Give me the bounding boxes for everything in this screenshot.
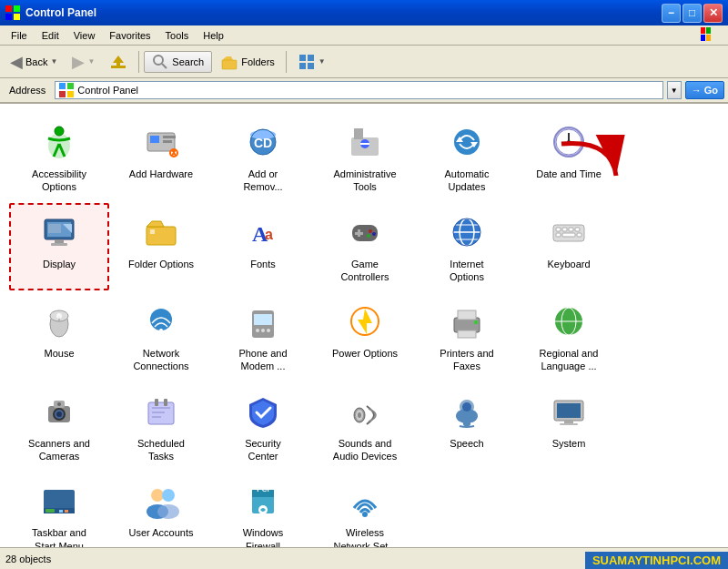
svg-rect-16 [59, 83, 66, 89]
address-bar: Address Control Panel ▼ → Go [0, 78, 728, 104]
back-arrow-icon: ◀ [10, 52, 23, 72]
svg-point-59 [367, 234, 370, 238]
up-button[interactable] [103, 49, 134, 75]
svg-rect-51 [150, 229, 155, 234]
svg-point-85 [267, 329, 270, 332]
go-button[interactable]: → Go [685, 81, 724, 99]
icon-item-add-hardware[interactable]: Add Hardware [111, 113, 211, 201]
view-dropdown-icon[interactable]: ▼ [318, 57, 326, 66]
svg-point-108 [358, 412, 361, 418]
svg-rect-69 [569, 228, 573, 231]
svg-rect-119 [46, 509, 55, 513]
svg-rect-114 [557, 403, 581, 418]
regional-language-label: Regional and Language ... [540, 347, 599, 373]
icon-item-windows-firewall[interactable]: PCIWindows Firewall [213, 472, 313, 547]
icon-item-wireless-network[interactable]: Wireless Network Set... [315, 472, 415, 547]
icon-item-game-controllers[interactable]: Game Controllers [315, 203, 415, 291]
window-icon [5, 5, 20, 20]
icon-item-mouse[interactable]: Mouse [9, 292, 109, 381]
icon-item-user-accounts[interactable]: User Accounts [111, 472, 211, 547]
icon-item-regional-language[interactable]: Regional and Language ... [519, 292, 619, 381]
view-button[interactable]: ▼ [291, 49, 332, 75]
svg-rect-25 [163, 136, 176, 138]
mouse-label: Mouse [44, 347, 74, 360]
icon-item-printers-faxes[interactable]: Printers and Faxes [417, 292, 517, 381]
system-icon [547, 390, 591, 433]
separator-1 [138, 51, 139, 73]
back-button[interactable]: ◀ Back ▼ [4, 49, 64, 75]
svg-rect-105 [164, 399, 167, 406]
icon-item-automatic-updates[interactable]: Automatic Updates [417, 113, 517, 201]
icon-item-power-options[interactable]: Power Options [315, 292, 415, 381]
taskbar-start-label: Taskbar and Start Menu [32, 526, 86, 547]
icon-item-keyboard[interactable]: Keyboard [519, 203, 619, 291]
search-icon [152, 54, 168, 70]
icon-item-phone-modem[interactable]: Phone and Modem ... [213, 292, 313, 381]
power-options-label: Power Options [332, 347, 398, 360]
phone-modem-label: Phone and Modem ... [238, 347, 287, 373]
icon-item-network-connections[interactable]: Network Connections [111, 292, 211, 381]
minimize-button[interactable]: − [662, 4, 681, 23]
svg-rect-26 [163, 140, 172, 143]
windows-firewall-icon: PCI [241, 479, 285, 523]
svg-rect-12 [299, 55, 306, 61]
svg-rect-5 [706, 27, 711, 34]
close-button[interactable]: ✕ [703, 4, 723, 23]
window-title: Control Panel [25, 6, 662, 19]
svg-rect-14 [299, 63, 306, 69]
forward-dropdown-icon[interactable]: ▼ [87, 57, 95, 66]
icon-item-fonts[interactable]: AaFonts [213, 203, 313, 291]
svg-point-57 [369, 229, 372, 233]
icon-item-add-remove-programs[interactable]: CDAdd or Remov... [213, 113, 313, 201]
svg-point-99 [57, 402, 61, 406]
icon-item-accessibility-options[interactable]: Accessibility Options [9, 113, 109, 201]
separator-2 [286, 51, 287, 73]
address-input[interactable]: Control Panel [55, 81, 662, 99]
icon-item-sounds-audio[interactable]: Sounds and Audio Devices [315, 382, 415, 471]
svg-point-130 [362, 512, 368, 517]
svg-point-122 [151, 489, 164, 502]
svg-rect-48 [48, 224, 61, 233]
icon-item-security-center[interactable]: Security Center [213, 382, 313, 471]
icon-item-scheduled-tasks[interactable]: Scheduled Tasks [111, 382, 211, 471]
back-dropdown-icon[interactable]: ▼ [50, 57, 57, 66]
folder-options-label: Folder Options [128, 258, 194, 270]
menu-tools[interactable]: Tools [158, 28, 197, 43]
menu-favorites[interactable]: Favorites [102, 28, 157, 43]
svg-rect-24 [150, 136, 159, 143]
address-label: Address [4, 85, 51, 96]
regional-language-icon [547, 300, 591, 343]
address-dropdown[interactable]: ▼ [667, 81, 682, 99]
icon-grid: Accessibility OptionsAdd HardwareCDAdd o… [0, 104, 728, 547]
icon-item-taskbar-start[interactable]: Taskbar and Start Menu [9, 472, 109, 547]
svg-rect-120 [59, 510, 63, 513]
administrative-tools-label: Administrative Tools [333, 168, 396, 194]
icon-item-speech[interactable]: Speech [417, 382, 517, 471]
forward-button[interactable]: ▶ ▼ [66, 49, 101, 75]
menu-view[interactable]: View [66, 28, 103, 43]
svg-point-43 [567, 140, 571, 144]
menu-edit[interactable]: Edit [35, 28, 66, 43]
automatic-updates-icon [445, 120, 489, 164]
icon-item-administrative-tools[interactable]: Administrative Tools [315, 113, 415, 201]
icon-item-folder-options[interactable]: Folder Options [111, 203, 211, 291]
icon-item-scanners-cameras[interactable]: Scanners and Cameras [9, 382, 109, 471]
svg-line-9 [162, 64, 167, 68]
icon-item-date-time[interactable]: Date and Time [519, 113, 619, 201]
watermark: SUAMAYTINHPCI.COM [585, 552, 728, 569]
search-button[interactable]: Search [144, 51, 212, 73]
svg-rect-19 [67, 91, 74, 97]
game-controllers-icon [343, 210, 387, 254]
icon-item-system[interactable]: System [519, 382, 619, 471]
menu-file[interactable]: File [4, 28, 35, 43]
speech-icon [445, 390, 489, 433]
window-container: Control Panel − □ ✕ File Edit View Favor… [0, 0, 728, 569]
svg-rect-3 [14, 14, 20, 20]
icon-item-internet-options[interactable]: Internet Options [417, 203, 517, 291]
sounds-audio-label: Sounds and Audio Devices [333, 437, 397, 463]
folders-button[interactable]: Folders [214, 49, 281, 75]
folder-options-icon [139, 210, 183, 254]
icon-item-display[interactable]: Display [9, 203, 109, 291]
menu-help[interactable]: Help [196, 28, 231, 43]
maximize-button[interactable]: □ [682, 4, 702, 23]
